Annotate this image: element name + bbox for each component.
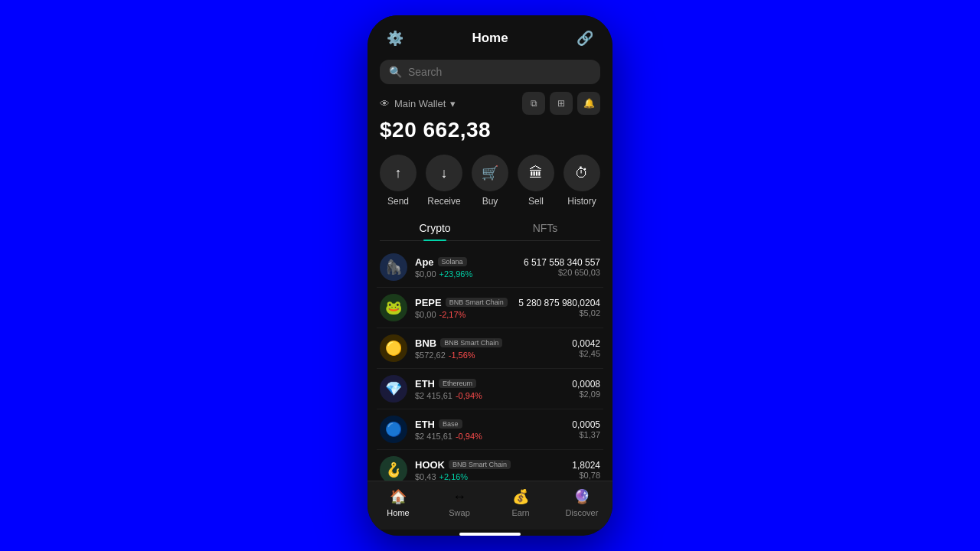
- asset-tabs: Crypto NFTs: [380, 216, 600, 241]
- header-title: Home: [472, 31, 508, 46]
- crypto-values-5: 1,8024 $0,78: [572, 460, 600, 480]
- crypto-name-row-1: PEPE BNB Smart Chain: [415, 297, 518, 308]
- receive-icon: ↓: [426, 155, 462, 191]
- crypto-change-3: -0,94%: [456, 391, 482, 400]
- tab-crypto[interactable]: Crypto: [380, 216, 490, 240]
- crypto-chain-0: Solana: [438, 257, 467, 266]
- quick-actions: ↑ Send ↓ Receive 🛒 Buy 🏛 Sell ⏱ History: [368, 148, 612, 216]
- crypto-change-1: -2,17%: [439, 310, 466, 319]
- history-action[interactable]: ⏱ History: [564, 155, 600, 207]
- crypto-item-eth-4[interactable]: 🔵 ETH Base $2 415,61 -0,94% 0,0005 $1,37: [377, 409, 603, 450]
- send-action[interactable]: ↑ Send: [380, 155, 416, 207]
- swap-icon: ↔️: [450, 487, 469, 506]
- crypto-amount-2: 0,0042: [572, 338, 600, 349]
- crypto-logo-0: 🦍: [380, 253, 407, 281]
- crypto-info-3: ETH Ethereum $2 415,61 -0,94%: [415, 378, 572, 400]
- crypto-price-1: $0,00: [415, 310, 436, 319]
- crypto-logo-2: 🟡: [380, 334, 407, 362]
- crypto-amount-0: 6 517 558 340 557: [524, 257, 600, 268]
- nav-earn[interactable]: 💰 Earn: [490, 487, 551, 517]
- receive-action[interactable]: ↓ Receive: [426, 155, 462, 207]
- crypto-values-2: 0,0042 $2,45: [572, 338, 600, 358]
- crypto-price-4: $2 415,61: [415, 432, 452, 441]
- crypto-chain-4: Base: [439, 419, 462, 429]
- wallet-balance: $20 662,38: [380, 118, 600, 142]
- crypto-amount-3: 0,0008: [572, 379, 600, 390]
- crypto-price-row-4: $2 415,61 -0,94%: [415, 432, 572, 441]
- crypto-chain-1: BNB Smart Chain: [446, 298, 508, 307]
- crypto-info-5: HOOK BNB Smart Chain $0,43 +2,16%: [415, 459, 572, 481]
- crypto-amount-5: 1,8024: [572, 460, 600, 471]
- app-header: ⚙️ Home 🔗: [368, 15, 612, 57]
- search-input[interactable]: [408, 66, 591, 78]
- settings-button[interactable]: ⚙️: [383, 26, 407, 51]
- bell-button[interactable]: 🔔: [577, 92, 600, 115]
- crypto-change-2: -1,56%: [449, 350, 475, 360]
- crypto-values-3: 0,0008 $2,09: [572, 379, 600, 399]
- sell-label: Sell: [528, 196, 544, 207]
- earn-icon: 💰: [511, 487, 530, 506]
- crypto-logo-5: 🪝: [380, 456, 407, 481]
- crypto-info-4: ETH Base $2 415,61 -0,94%: [415, 419, 572, 441]
- chevron-down-icon: ▾: [450, 98, 456, 109]
- crypto-price-row-2: $572,62 -1,56%: [415, 350, 572, 360]
- crypto-price-2: $572,62: [415, 350, 446, 360]
- crypto-usd-0: $20 650,03: [524, 268, 600, 277]
- crypto-logo-3: 💎: [380, 375, 407, 403]
- crypto-usd-2: $2,45: [572, 349, 600, 358]
- crypto-logo-4: 🔵: [380, 416, 407, 443]
- nav-discover[interactable]: 🔮 Discover: [551, 487, 612, 517]
- copy-button[interactable]: ⧉: [522, 92, 545, 115]
- crypto-info-0: Ape Solana $0,00 +23,96%: [415, 256, 524, 279]
- sell-action[interactable]: 🏛 Sell: [518, 155, 554, 207]
- crypto-item-ape-0[interactable]: 🦍 Ape Solana $0,00 +23,96% 6 517 558 340…: [377, 247, 603, 288]
- crypto-list: 🦍 Ape Solana $0,00 +23,96% 6 517 558 340…: [368, 247, 612, 481]
- buy-icon: 🛒: [472, 155, 508, 191]
- history-icon: ⏱: [564, 155, 600, 191]
- crypto-price-0: $0,00: [415, 269, 436, 279]
- nav-earn-label: Earn: [511, 508, 529, 517]
- crypto-price-row-5: $0,43 +2,16%: [415, 472, 572, 481]
- search-bar[interactable]: 🔍: [380, 60, 600, 84]
- crypto-price-row-1: $0,00 -2,17%: [415, 310, 518, 319]
- crypto-change-5: +2,16%: [439, 472, 469, 481]
- qr-button[interactable]: ⊞: [550, 92, 573, 115]
- crypto-name-3: ETH: [415, 378, 435, 390]
- wallet-name[interactable]: 👁 Main Wallet ▾: [380, 98, 456, 109]
- crypto-price-3: $2 415,61: [415, 391, 452, 400]
- crypto-change-0: +23,96%: [439, 269, 473, 279]
- crypto-chain-5: BNB Smart Chain: [449, 460, 511, 469]
- crypto-name-1: PEPE: [415, 297, 442, 308]
- crypto-name-row-4: ETH Base: [415, 419, 572, 430]
- history-label: History: [567, 196, 596, 207]
- nav-home[interactable]: 🏠 Home: [368, 487, 429, 517]
- search-icon: 🔍: [389, 66, 402, 78]
- crypto-amount-4: 0,0005: [572, 419, 600, 430]
- discover-icon: 🔮: [573, 487, 591, 506]
- home-indicator: [459, 533, 521, 536]
- crypto-info-2: BNB BNB Smart Chain $572,62 -1,56%: [415, 337, 572, 360]
- nav-swap-label: Swap: [449, 508, 470, 517]
- crypto-logo-1: 🐸: [380, 294, 407, 321]
- buy-action[interactable]: 🛒 Buy: [472, 155, 508, 207]
- crypto-values-0: 6 517 558 340 557 $20 650,03: [524, 257, 600, 277]
- crypto-item-hook-5[interactable]: 🪝 HOOK BNB Smart Chain $0,43 +2,16% 1,80…: [377, 450, 603, 481]
- crypto-usd-1: $5,02: [518, 308, 600, 318]
- nav-swap[interactable]: ↔️ Swap: [429, 487, 490, 517]
- crypto-name-5: HOOK: [415, 459, 445, 471]
- wallet-actions: ⧉ ⊞ 🔔: [522, 92, 600, 115]
- eye-icon: 👁: [380, 98, 390, 109]
- tab-nfts[interactable]: NFTs: [490, 216, 600, 240]
- crypto-usd-4: $1,37: [572, 430, 600, 439]
- connect-button[interactable]: 🔗: [573, 26, 597, 51]
- crypto-name-0: Ape: [415, 256, 434, 268]
- crypto-values-1: 5 280 875 980,0204 $5,02: [518, 298, 600, 318]
- crypto-item-pepe-1[interactable]: 🐸 PEPE BNB Smart Chain $0,00 -2,17% 5 28…: [377, 288, 603, 328]
- crypto-item-eth-3[interactable]: 💎 ETH Ethereum $2 415,61 -0,94% 0,0008 $…: [377, 369, 603, 409]
- receive-label: Receive: [427, 196, 460, 207]
- crypto-chain-2: BNB Smart Chain: [440, 338, 502, 347]
- crypto-item-bnb-2[interactable]: 🟡 BNB BNB Smart Chain $572,62 -1,56% 0,0…: [377, 328, 603, 369]
- crypto-name-row-2: BNB BNB Smart Chain: [415, 337, 572, 349]
- crypto-name-2: BNB: [415, 337, 436, 349]
- crypto-info-1: PEPE BNB Smart Chain $0,00 -2,17%: [415, 297, 518, 319]
